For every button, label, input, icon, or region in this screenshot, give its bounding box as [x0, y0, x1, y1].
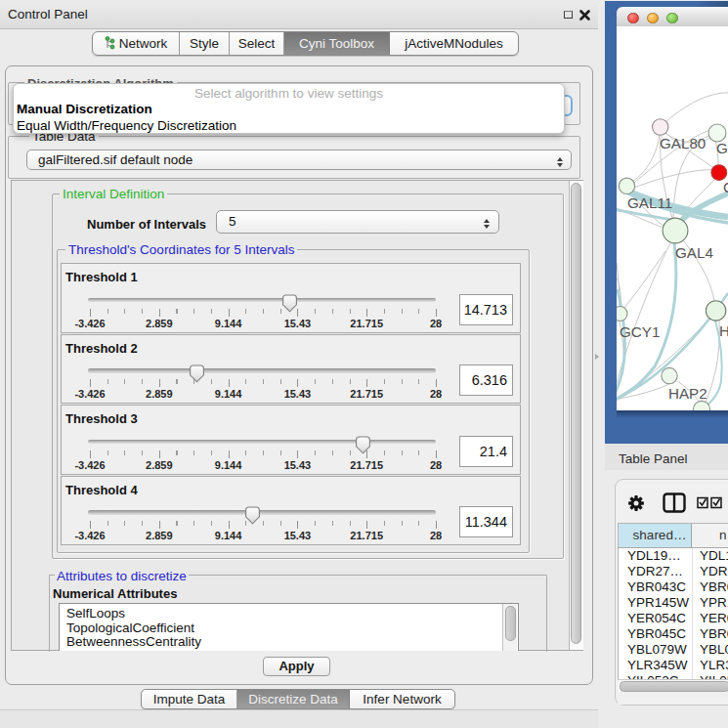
svg-text:H: H — [719, 322, 728, 339]
svg-text:GAL4: GAL4 — [675, 244, 713, 261]
svg-text:C: C — [723, 179, 728, 195]
svg-text:GAL80: GAL80 — [660, 135, 706, 151]
svg-text:GAL11: GAL11 — [627, 194, 672, 211]
svg-text:GA: GA — [716, 140, 728, 156]
svg-text:HAP2: HAP2 — [668, 385, 707, 402]
svg-text:GCY1: GCY1 — [620, 323, 660, 340]
